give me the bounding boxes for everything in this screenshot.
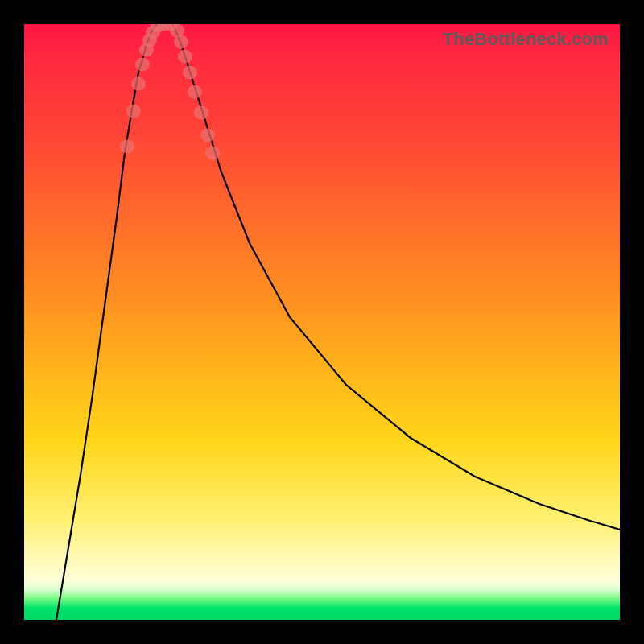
data-marker [200, 128, 215, 142]
data-marker [194, 105, 208, 119]
data-marker [183, 65, 197, 79]
curve-left [56, 24, 157, 620]
data-marker [178, 49, 192, 63]
data-marker [174, 35, 188, 48]
data-marker [135, 57, 150, 71]
curve-right [173, 24, 620, 530]
chart-frame: TheBottleneck.com [0, 0, 644, 644]
plot-area: TheBottleneck.com [24, 24, 620, 620]
data-marker [205, 146, 220, 159]
curve-layer [24, 24, 620, 620]
data-marker [126, 104, 141, 118]
data-marker [120, 139, 134, 153]
data-marker [131, 76, 146, 90]
data-marker [188, 85, 202, 98]
